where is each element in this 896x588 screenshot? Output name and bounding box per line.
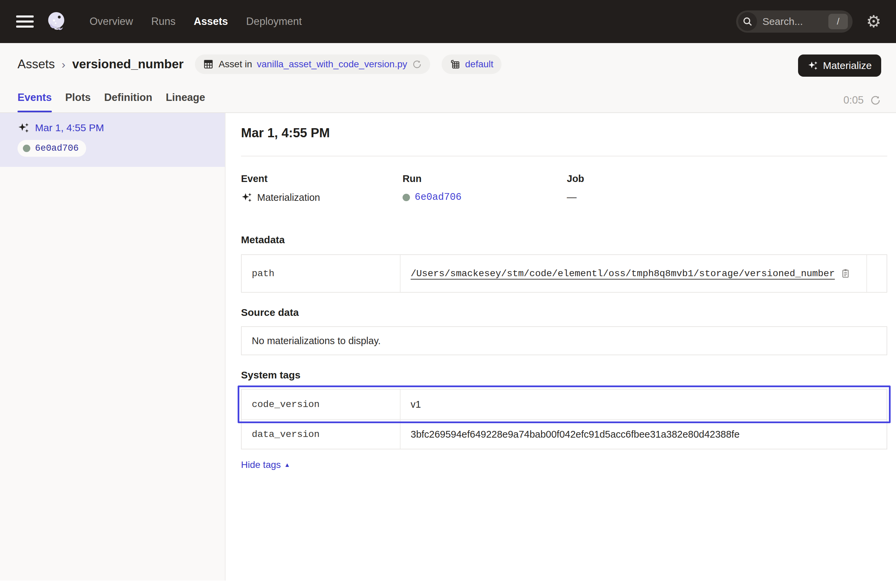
nav-link-deployment[interactable]: Deployment — [246, 15, 302, 27]
job-column: Job — — [567, 173, 887, 203]
asset-chip-prefix: Asset in — [218, 59, 252, 70]
detail-divider — [241, 156, 887, 156]
path-value-link[interactable]: /Users/smackesey/stm/code/elementl/oss/t… — [411, 269, 835, 279]
primary-nav: Overview Runs Assets Deployment — [90, 15, 302, 27]
asset-file-link[interactable]: vanilla_asset_with_code_version.py — [257, 59, 407, 70]
events-sidebar: Mar 1, 4:55 PM 6e0ad706 — [0, 113, 226, 580]
run-column: Run 6e0ad706 — [402, 173, 567, 203]
tab-lineage[interactable]: Lineage — [166, 91, 205, 112]
metadata-section: Metadata path /Users/smackesey/stm/code/… — [241, 234, 887, 293]
event-type-value: Materialization — [257, 192, 320, 203]
run-status-dot — [402, 194, 410, 201]
refresh-icon[interactable] — [870, 94, 881, 106]
event-list-item-selected[interactable]: Mar 1, 4:55 PM 6e0ad706 — [0, 113, 225, 167]
tag-value: 3bfc269594ef649228e9a74bab00f042efc91d5a… — [401, 420, 887, 449]
search-placeholder: Search... — [762, 16, 828, 27]
nav-link-overview[interactable]: Overview — [90, 15, 133, 27]
code-location-icon — [450, 59, 460, 70]
table-grid-icon — [203, 59, 214, 70]
materialize-label: Materialize — [823, 60, 872, 71]
page-title: versioned_number — [72, 57, 183, 71]
event-summary-row: Event Materialization Run 6 — [241, 173, 887, 203]
tag-key: data_version — [242, 420, 401, 449]
breadcrumb-assets[interactable]: Assets — [17, 57, 55, 71]
table-row: path /Users/smackesey/stm/code/elementl/… — [242, 255, 887, 292]
metadata-heading: Metadata — [241, 234, 887, 246]
dagster-logo-icon[interactable] — [45, 11, 67, 33]
run-id-chip[interactable]: 6e0ad706 — [17, 140, 86, 157]
tab-events[interactable]: Events — [17, 91, 52, 112]
hide-tags-label: Hide tags — [241, 459, 281, 470]
metadata-key: path — [242, 255, 401, 292]
sparkle-icon — [808, 60, 818, 71]
caret-up-icon: ▲ — [284, 462, 290, 469]
job-label: Job — [567, 173, 887, 184]
materialization-sparkle-icon — [17, 122, 30, 134]
tag-value: v1 — [401, 389, 887, 419]
materialize-button[interactable]: Materialize — [798, 55, 881, 77]
run-id-link[interactable]: 6e0ad706 — [414, 192, 462, 203]
top-nav: Overview Runs Assets Deployment Search..… — [0, 0, 896, 43]
job-empty-value: — — [567, 192, 577, 203]
run-status-dot — [23, 144, 30, 152]
empty-message: No materializations to display. — [252, 335, 381, 346]
tabs-row: Events Plots Definition Lineage 0:05 — [17, 87, 881, 112]
event-detail-title: Mar 1, 4:55 PM — [241, 126, 887, 140]
copy-clipboard-icon[interactable] — [840, 268, 851, 279]
tab-definition[interactable]: Definition — [104, 91, 152, 112]
page-header: Assets › versioned_number Asset in vanil… — [0, 43, 896, 112]
asset-definition-chip[interactable]: Asset in vanilla_asset_with_code_version… — [195, 55, 430, 74]
table-row-data-version: data_version 3bfc269594ef649228e9a74bab0… — [242, 419, 887, 449]
materialization-sparkle-icon — [241, 192, 253, 203]
metadata-table: path /Users/smackesey/stm/code/elementl/… — [241, 254, 887, 293]
search-shortcut-badge: / — [828, 14, 848, 29]
event-label: Event — [241, 173, 402, 184]
event-detail-panel: Mar 1, 4:55 PM Event Materialization — [226, 113, 896, 580]
nav-link-assets[interactable]: Assets — [194, 15, 228, 27]
system-tags-heading: System tags — [241, 369, 887, 381]
nav-link-runs[interactable]: Runs — [151, 15, 175, 27]
refresh-countdown: 0:05 — [844, 94, 864, 106]
chevron-right-icon: › — [62, 58, 65, 71]
system-tags-section: System tags code_version v1 data_version… — [241, 369, 887, 470]
system-tags-table: code_version v1 data_version 3bfc269594e… — [241, 389, 887, 450]
tab-plots[interactable]: Plots — [65, 91, 91, 112]
source-data-section: Source data No materializations to displ… — [241, 307, 887, 355]
hide-tags-link[interactable]: Hide tags ▲ — [241, 459, 290, 470]
breadcrumb: Assets › versioned_number Asset in vanil… — [17, 55, 881, 74]
event-column: Event Materialization — [241, 173, 402, 203]
search-input[interactable]: Search... / — [736, 11, 853, 33]
table-row-code-version: code_version v1 — [242, 389, 887, 419]
table-end-cell — [866, 255, 887, 292]
source-data-heading: Source data — [241, 307, 887, 318]
code-location-chip[interactable]: default — [442, 55, 501, 74]
settings-gear-icon[interactable]: ⚙ — [866, 13, 881, 30]
search-icon — [738, 12, 757, 31]
hamburger-menu-icon[interactable] — [16, 15, 34, 27]
source-data-empty-state: No materializations to display. — [241, 326, 887, 355]
code-location-link[interactable]: default — [465, 59, 494, 70]
reload-icon[interactable] — [412, 59, 422, 69]
tag-key: code_version — [242, 389, 401, 419]
run-id-text: 6e0ad706 — [35, 143, 79, 153]
run-label: Run — [402, 173, 567, 184]
event-timestamp: Mar 1, 4:55 PM — [35, 122, 104, 134]
